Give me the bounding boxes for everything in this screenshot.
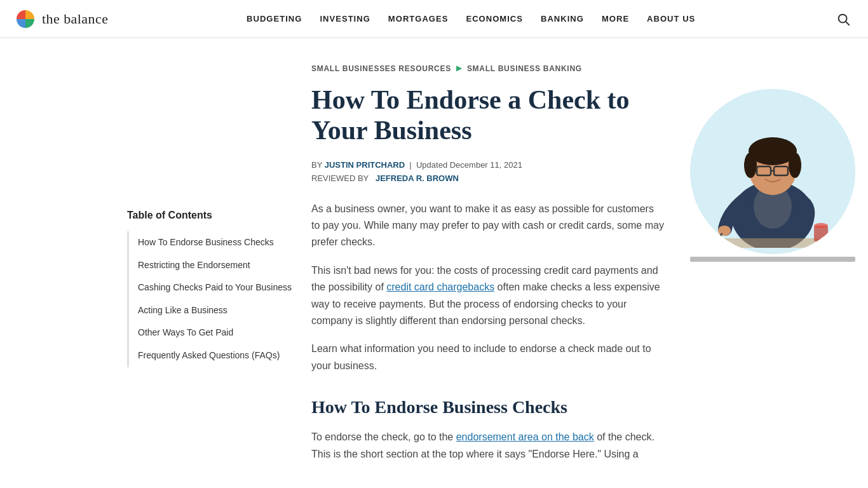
breadcrumb-parent[interactable]: SMALL BUSINESSES RESOURCES xyxy=(311,64,451,73)
toc-link-restricting[interactable]: Restricting the Endorsement xyxy=(138,260,250,270)
main-nav: BUDGETING INVESTING MORTGAGES ECONOMICS … xyxy=(247,14,695,24)
intro-paragraph-3: Learn what information you need to inclu… xyxy=(311,341,665,374)
list-item: Acting Like a Business xyxy=(129,299,292,322)
list-item: Restricting the Endorsement xyxy=(129,254,292,277)
page-wrapper: Table of Contents How To Endorse Busines… xyxy=(0,38,868,488)
image-caption-bar xyxy=(690,257,855,262)
toc-link-acting[interactable]: Acting Like a Business xyxy=(138,305,227,315)
svg-line-2 xyxy=(846,22,849,25)
section-1-heading: How To Endorse Business Checks xyxy=(311,397,665,417)
list-item: Cashing Checks Paid to Your Business xyxy=(129,276,292,299)
svg-point-9 xyxy=(789,152,801,178)
toc-link-cashing[interactable]: Cashing Checks Paid to Your Business xyxy=(138,282,292,292)
list-item: Other Ways To Get Paid xyxy=(129,322,292,344)
section1-p1-before: To endorse the check, go to the xyxy=(311,431,456,442)
author-name: JUSTIN PRITCHARD xyxy=(325,160,405,170)
svg-point-8 xyxy=(744,152,757,178)
reviewed-by: REVIEWED BY JEFREDA R. BROWN xyxy=(311,173,665,183)
article-main: SMALL BUSINESSES RESOURCES ▶ SMALL BUSIN… xyxy=(311,64,690,474)
section1-paragraph-1: To endorse the check, go to the endorsem… xyxy=(311,429,665,463)
site-header: the balance BUDGETING INVESTING MORTGAGE… xyxy=(0,0,868,38)
search-button[interactable] xyxy=(834,10,853,29)
hero-image-area xyxy=(690,64,868,474)
toc-link-faq[interactable]: Frequently Asked Questions (FAQs) xyxy=(138,350,280,360)
nav-about-us[interactable]: ABOUT US xyxy=(647,14,695,24)
list-item: How To Endorse Business Checks xyxy=(129,231,292,254)
intro-paragraph-2: This isn't bad news for you: the costs o… xyxy=(311,262,665,330)
nav-banking[interactable]: BANKING xyxy=(541,14,584,24)
logo-text: the balance xyxy=(42,11,108,27)
intro-paragraph-1: As a business owner, you want to make it… xyxy=(311,201,665,251)
svg-line-14 xyxy=(712,234,722,245)
updated-date: Updated December 11, 2021 xyxy=(416,160,522,170)
article-body: As a business owner, you want to make it… xyxy=(311,201,665,463)
article-meta: BY JUSTIN PRITCHARD | Updated December 1… xyxy=(311,160,665,170)
svg-point-17 xyxy=(814,223,828,228)
toc-sidebar: Table of Contents How To Endorse Busines… xyxy=(127,64,311,474)
toc-link-other-ways[interactable]: Other Ways To Get Paid xyxy=(138,327,233,337)
svg-point-13 xyxy=(718,226,731,236)
nav-mortgages[interactable]: MORTGAGES xyxy=(388,14,449,24)
credit-card-chargebacks-link[interactable]: credit card chargebacks xyxy=(386,281,494,292)
toc-link-endorse-checks[interactable]: How To Endorse Business Checks xyxy=(138,237,274,247)
breadcrumb-arrow: ▶ xyxy=(456,64,462,73)
search-icon xyxy=(836,12,850,26)
by-label: BY xyxy=(311,160,322,170)
nav-economics[interactable]: ECONOMICS xyxy=(466,14,523,24)
toc-title: Table of Contents xyxy=(127,210,292,221)
breadcrumb: SMALL BUSINESSES RESOURCES ▶ SMALL BUSIN… xyxy=(311,64,665,73)
reviewer-name: JEFREDA R. BROWN xyxy=(376,173,459,183)
breadcrumb-current[interactable]: SMALL BUSINESS BANKING xyxy=(467,64,582,73)
article-title: How To Endorse a Check to Your Business xyxy=(311,85,665,146)
list-item: Frequently Asked Questions (FAQs) xyxy=(129,344,292,367)
endorsement-area-link[interactable]: endorsement area on the back xyxy=(456,431,594,442)
toc-list: How To Endorse Business Checks Restricti… xyxy=(127,231,292,367)
content-area: Table of Contents How To Endorse Busines… xyxy=(0,38,868,488)
person-illustration xyxy=(696,95,849,248)
nav-investing[interactable]: INVESTING xyxy=(320,14,370,24)
hero-image xyxy=(690,89,855,254)
nav-budgeting[interactable]: BUDGETING xyxy=(247,14,302,24)
reviewed-label: REVIEWED BY xyxy=(311,173,369,183)
logo-icon xyxy=(15,9,36,29)
nav-more[interactable]: MORE xyxy=(602,14,629,24)
logo-link[interactable]: the balance xyxy=(15,9,108,29)
